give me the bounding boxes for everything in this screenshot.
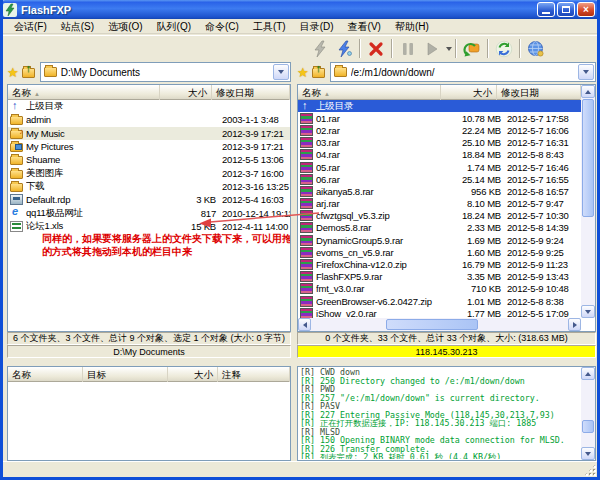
scroll-right-button[interactable] bbox=[568, 318, 581, 331]
file-row[interactable]: aikanya5.8.rar956 KB2012-5-8 16:57 bbox=[298, 185, 581, 197]
parent-folder-icon[interactable]: ↑ bbox=[22, 66, 37, 78]
log-scroll-thumb[interactable] bbox=[582, 420, 594, 433]
maximize-button[interactable] bbox=[557, 2, 575, 17]
file-size: 1.01 MB bbox=[451, 296, 501, 307]
pause-icon[interactable] bbox=[396, 38, 420, 60]
menu-item-7[interactable]: 查看(V) bbox=[341, 19, 388, 34]
favorites-star-icon[interactable]: ★ bbox=[297, 66, 309, 79]
menu-item-2[interactable]: 选项(O) bbox=[101, 19, 149, 34]
file-row[interactable]: arj.rar8.10 MB2012-5-7 9:47 bbox=[298, 198, 581, 210]
column-name[interactable]: 名称▲ bbox=[298, 85, 441, 100]
file-row[interactable]: admin2003-1-1 3:48 bbox=[8, 113, 290, 126]
menu-item-8[interactable]: 帮助(H) bbox=[388, 19, 436, 34]
scroll-left-button[interactable] bbox=[298, 318, 311, 331]
file-name: fmt_v3.0.rar bbox=[316, 283, 451, 294]
column-name[interactable]: 名称▲ bbox=[8, 85, 160, 100]
dropdown-arrow-icon[interactable] bbox=[273, 64, 289, 80]
file-row[interactable]: FlashFXP5.9.rar3.35 MB2012-5-9 13:43 bbox=[298, 271, 581, 283]
column-name[interactable]: 名称 bbox=[8, 367, 83, 382]
column-target[interactable]: 目标 bbox=[83, 367, 168, 382]
minimize-button[interactable] bbox=[537, 2, 555, 17]
file-row[interactable]: 02.rar22.24 MB2012-5-7 16:06 bbox=[298, 124, 581, 136]
column-size[interactable]: 大小 bbox=[160, 85, 212, 100]
folder-icon bbox=[334, 67, 347, 77]
file-row[interactable]: 上级目录 bbox=[8, 100, 290, 113]
file-row[interactable]: Shuame2012-5-5 13:06 bbox=[8, 153, 290, 166]
file-date: 2012-3-7 16:00 bbox=[216, 168, 290, 179]
file-name: 05.rar bbox=[316, 162, 451, 173]
local-path-combo[interactable]: D:\My Documents bbox=[40, 62, 291, 82]
file-row[interactable]: 美图图库2012-3-7 16:00 bbox=[8, 166, 290, 179]
file-row[interactable]: 论坛1.xls15 KB2012-4-11 14:00 bbox=[8, 220, 290, 233]
file-row[interactable]: Default.rdp3 KB2012-5-4 16:03 bbox=[8, 193, 290, 206]
menu-item-1[interactable]: 站点(S) bbox=[54, 19, 101, 34]
transfer-mode-icon[interactable] bbox=[460, 38, 484, 60]
resume-dropdown-icon[interactable] bbox=[446, 47, 452, 51]
menu-item-4[interactable]: 命令(C) bbox=[198, 19, 246, 34]
vertical-scroll-thumb[interactable] bbox=[582, 99, 594, 217]
column-size[interactable]: 大小 bbox=[168, 367, 218, 382]
file-row[interactable]: cfwztgsql_v5.3.zip18.24 MB2012-5-7 10:30 bbox=[298, 210, 581, 222]
file-size: 16.79 MB bbox=[451, 259, 501, 270]
scroll-up-button[interactable] bbox=[581, 367, 595, 380]
remote-path-combo[interactable]: /e:/m1/down/down/ bbox=[330, 62, 596, 82]
menu-item-5[interactable]: 工具(T) bbox=[246, 19, 293, 34]
quick-connect-icon[interactable] bbox=[308, 38, 332, 60]
column-size[interactable]: 大小 bbox=[441, 85, 497, 100]
file-row[interactable]: GreenBrowser-v6.2.0427.zip1.01 MB2012-5-… bbox=[298, 295, 581, 307]
file-name: Default.rdp bbox=[26, 194, 170, 205]
refresh-icon[interactable] bbox=[492, 38, 516, 60]
rar-icon bbox=[300, 137, 313, 148]
file-row[interactable]: My Pictures2012-3-9 17:21 bbox=[8, 140, 290, 153]
file-row[interactable]: 下载2012-3-16 13:25 bbox=[8, 180, 290, 193]
file-row[interactable]: 06.rar25.14 MB2012-5-7 16:55 bbox=[298, 173, 581, 185]
column-comment[interactable]: 注释 bbox=[218, 367, 290, 382]
file-name: evoms_cn_v5.9.rar bbox=[316, 247, 451, 258]
scroll-down-button[interactable] bbox=[581, 305, 595, 318]
menu-item-6[interactable]: 目录(D) bbox=[293, 19, 341, 34]
menu-item-3[interactable]: 队列(Q) bbox=[150, 19, 198, 34]
abort-icon[interactable] bbox=[364, 38, 388, 60]
file-row[interactable]: 01.rar10.78 MB2012-5-7 17:58 bbox=[298, 112, 581, 124]
file-row[interactable]: fmt_v3.0.rar710 KB2012-5-9 10:48 bbox=[298, 283, 581, 295]
file-row[interactable]: iShow_v2.0.rar1.77 MB2012-5-5 17:09 bbox=[298, 307, 581, 318]
menu-item-0[interactable]: 会话(F) bbox=[7, 19, 54, 34]
file-date: 2012-5-9 9:24 bbox=[501, 235, 581, 246]
file-row[interactable]: Demos5.8.rar2.33 MB2012-5-8 14:39 bbox=[298, 222, 581, 234]
scroll-up-button[interactable] bbox=[581, 85, 595, 98]
rar-icon bbox=[300, 247, 313, 258]
file-row[interactable]: qq11极品网址8172010-12-14 19:11 bbox=[8, 206, 290, 219]
scroll-down-button[interactable] bbox=[581, 447, 595, 460]
title-bar[interactable]: FlashFXP × bbox=[0, 0, 600, 19]
file-date: 2012-5-7 9:47 bbox=[501, 198, 581, 209]
dropdown-arrow-icon[interactable] bbox=[578, 64, 594, 80]
file-row[interactable]: 04.rar18.84 MB2012-5-8 8:43 bbox=[298, 149, 581, 161]
queue-header: 名称 目标 大小 注释 bbox=[8, 367, 290, 382]
horizontal-scroll-thumb[interactable] bbox=[386, 319, 478, 330]
rar-icon bbox=[300, 283, 313, 294]
file-row[interactable]: 05.rar1.74 MB2012-5-7 16:46 bbox=[298, 161, 581, 173]
remote-list-header: 名称▲ 大小 修改日期 bbox=[298, 85, 581, 100]
file-row[interactable]: 上级目录 bbox=[298, 100, 581, 112]
column-date[interactable]: 修改日期 bbox=[497, 85, 581, 100]
up-icon bbox=[10, 101, 23, 112]
resize-grip[interactable] bbox=[584, 464, 596, 476]
file-row[interactable]: My Music2012-3-9 17:21 bbox=[8, 127, 290, 140]
parent-folder-icon[interactable]: ↑ bbox=[312, 66, 327, 78]
file-name: arj.rar bbox=[316, 198, 451, 209]
connect-icon[interactable] bbox=[332, 38, 356, 60]
favorites-star-icon[interactable]: ★ bbox=[7, 66, 19, 79]
file-date: 2012-5-8 8:43 bbox=[501, 149, 581, 160]
file-row[interactable]: FirefoxChina-v12.0.zip16.79 MB2012-5-9 1… bbox=[298, 258, 581, 270]
file-row[interactable]: DynamicGroup5.9.rar1.69 MB2012-5-9 9:24 bbox=[298, 234, 581, 246]
column-date[interactable]: 修改日期 bbox=[212, 85, 290, 100]
local-status-path: D:\My Documents bbox=[7, 345, 291, 358]
resume-icon[interactable] bbox=[420, 38, 444, 60]
file-row[interactable]: 03.rar25.10 MB2012-5-7 16:31 bbox=[298, 137, 581, 149]
splitter[interactable] bbox=[3, 358, 597, 366]
file-row[interactable]: evoms_cn_v5.9.rar1.60 MB2012-5-9 9:25 bbox=[298, 246, 581, 258]
web-browse-icon[interactable] bbox=[524, 38, 548, 60]
server-ip-bar: 118.145.30.213 bbox=[297, 345, 596, 358]
close-button[interactable]: × bbox=[577, 2, 595, 17]
file-size: 22.24 MB bbox=[451, 125, 501, 136]
